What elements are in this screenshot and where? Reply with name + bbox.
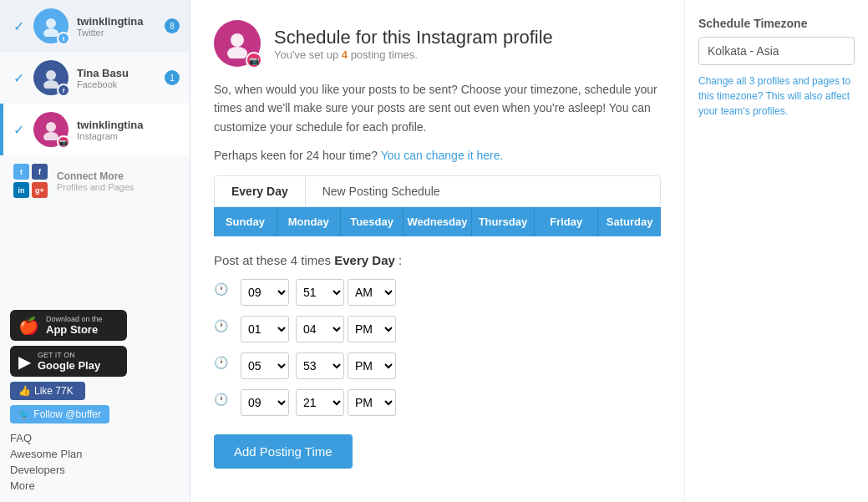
google-play-button[interactable]: ▶ GET IT ON Google Play <box>10 346 127 377</box>
app-store-text: Download on the App Store <box>46 315 103 336</box>
sidebar-links: FAQ Awesome Plan Developers More <box>10 432 180 492</box>
faq-link[interactable]: FAQ <box>10 432 180 444</box>
time-row-3: 🕐 05 53 PMAM <box>214 352 661 379</box>
description-2: Perhaps keen for 24 hour time? You can c… <box>214 146 661 165</box>
period-select-4[interactable]: PMAM <box>348 389 396 416</box>
post-times-pre: Post at these <box>214 253 291 267</box>
time-rows: 🕐 09 51 AMPM 🕐 01 04 PMAM 🕐 05 53 PMAM 🕐… <box>214 279 661 416</box>
post-times-post: : <box>395 253 402 267</box>
timezone-input[interactable] <box>698 37 855 65</box>
profile-name-twitter: twinklingtina <box>77 15 161 28</box>
profile-info-facebook: Tina Basu Facebook <box>77 67 161 89</box>
connect-title-line2: Profiles and Pages <box>57 182 134 192</box>
day-tuesday[interactable]: Tuesday <box>341 207 404 236</box>
day-thursday[interactable]: Thursday <box>472 207 536 236</box>
clock-icon-3: 🕐 <box>214 356 234 376</box>
sidebar-bottom: 🍎 Download on the App Store ▶ GET IT ON … <box>0 300 190 502</box>
mini-gplus-icon: g+ <box>32 182 48 198</box>
like-icon: 👍 <box>18 385 31 397</box>
svg-point-3 <box>43 80 58 89</box>
clock-icon-4: 🕐 <box>214 393 234 413</box>
schedule-header: 📷 Schedule for this Instagram profile Yo… <box>214 20 661 67</box>
developers-link[interactable]: Developers <box>10 464 180 476</box>
profile-info-instagram: twinklingtina Instagram <box>77 119 180 141</box>
post-times-mid: times <box>297 253 334 267</box>
avatar-wrap-instagram: 📷 <box>33 112 69 147</box>
subtitle-post: posting times. <box>348 48 418 61</box>
hour-select-1[interactable]: 09 <box>241 279 289 306</box>
period-select-2[interactable]: PMAM <box>348 316 396 342</box>
time-row-1: 🕐 09 51 AMPM <box>214 279 661 306</box>
connect-text: Connect More Profiles and Pages <box>57 170 134 192</box>
instagram-badge: 📷 <box>246 52 262 68</box>
schedule-avatar: 📷 <box>214 20 261 67</box>
svg-point-4 <box>46 122 56 132</box>
more-link[interactable]: More <box>10 479 180 492</box>
day-monday[interactable]: Monday <box>277 207 341 236</box>
add-posting-time-button[interactable]: Add Posting Time <box>214 434 353 469</box>
app-store-small: Download on the <box>46 315 103 323</box>
days-row: Sunday Monday Tuesday Wednesday Thursday… <box>214 207 661 236</box>
connect-more[interactable]: t f in g+ Connect More Profiles and Page… <box>0 155 190 207</box>
svg-point-1 <box>43 28 58 37</box>
description-1: So, when would you like your posts to be… <box>214 80 661 136</box>
tabs-row: Every Day New Posting Schedule <box>214 175 661 207</box>
twitter-bird-icon: 🐦 <box>18 408 31 420</box>
mini-linkedin-icon: in <box>13 182 29 198</box>
profile-name-facebook: Tina Basu <box>77 67 161 79</box>
subtitle-pre: You've set up <box>274 48 342 61</box>
google-play-icon: ▶ <box>18 352 31 372</box>
tab-every-day[interactable]: Every Day <box>215 176 306 206</box>
period-select-1[interactable]: AMPM <box>348 279 396 306</box>
network-badge-facebook: f <box>57 84 70 97</box>
sidebar-item-twinklingtina-twitter[interactable]: ✓ t twinklingtina Twitter 8 <box>0 0 190 52</box>
period-select-3[interactable]: PMAM <box>348 352 396 379</box>
sidebar-item-tina-facebook[interactable]: ✓ f Tina Basu Facebook 1 <box>0 52 190 104</box>
avatar-wrap-facebook: f <box>33 60 69 95</box>
svg-point-5 <box>43 132 58 140</box>
day-saturday[interactable]: Saturday <box>598 207 661 236</box>
like-button[interactable]: 👍 Like 77K <box>10 382 85 400</box>
day-wednesday[interactable]: Wednesday <box>404 207 471 236</box>
minute-select-4[interactable]: 21 <box>296 389 344 416</box>
check-icon-instagram: ✓ <box>13 122 28 137</box>
profile-info-twitter: twinklingtina Twitter <box>77 15 161 38</box>
time-row-2: 🕐 01 04 PMAM <box>214 316 661 342</box>
post-times-schedule: Every Day <box>334 253 395 267</box>
page-title: Schedule for this Instagram profile <box>274 27 553 48</box>
schedule-subtitle: You've set up 4 posting times. <box>274 48 553 61</box>
hour-select-3[interactable]: 05 <box>241 352 289 379</box>
timezone-change-link[interactable]: Change all 3 profiles and pages to this … <box>698 74 855 119</box>
follow-button[interactable]: 🐦 Follow @buffer <box>10 405 109 423</box>
svg-point-2 <box>46 70 56 80</box>
right-panel: Schedule Timezone Change all 3 profiles … <box>684 0 868 502</box>
tab-new-posting-schedule[interactable]: New Posting Schedule <box>306 176 457 206</box>
sidebar-item-twinklingtina-instagram[interactable]: ✓ 📷 twinklingtina Instagram <box>0 104 190 155</box>
network-icons-grid: t f in g+ <box>13 164 48 199</box>
day-sunday[interactable]: Sunday <box>214 207 277 236</box>
minute-select-3[interactable]: 53 <box>296 352 344 379</box>
check-icon-twitter: ✓ <box>13 18 28 33</box>
app-store-big: App Store <box>46 323 103 336</box>
awesome-plan-link[interactable]: Awesome Plan <box>10 448 180 460</box>
hour-select-4[interactable]: 09 <box>241 389 289 416</box>
profile-network-twitter: Twitter <box>77 28 161 38</box>
network-badge-instagram: 📷 <box>57 135 70 149</box>
posting-count: 4 <box>342 48 348 61</box>
change-time-link[interactable]: You can change it here. <box>381 149 504 162</box>
clock-icon-2: 🕐 <box>214 319 234 339</box>
minute-select-1[interactable]: 51 <box>296 279 344 306</box>
like-label: Like 77K <box>34 385 74 397</box>
app-store-button[interactable]: 🍎 Download on the App Store <box>10 310 127 341</box>
schedule-title-wrap: Schedule for this Instagram profile You'… <box>274 27 553 61</box>
minute-select-2[interactable]: 04 <box>296 316 344 342</box>
connect-title-line1: Connect More <box>57 170 134 182</box>
main-content: 📷 Schedule for this Instagram profile Yo… <box>190 0 684 502</box>
time-row-4: 🕐 09 21 PMAM <box>214 389 661 416</box>
hour-select-2[interactable]: 01 <box>241 316 289 342</box>
svg-point-0 <box>46 18 56 28</box>
day-friday[interactable]: Friday <box>535 207 598 236</box>
mini-facebook-icon: f <box>32 164 48 180</box>
follow-label: Follow @buffer <box>33 408 101 420</box>
mini-twitter-icon: t <box>13 164 29 180</box>
